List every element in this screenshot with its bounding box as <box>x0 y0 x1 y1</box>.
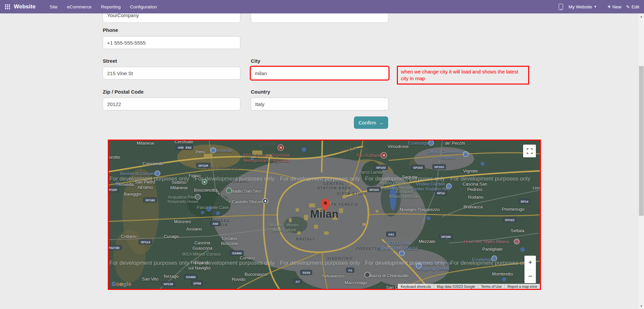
google-map[interactable]: MilaneseCerchiatePeroTecnomatAFFORIASST … <box>108 140 541 290</box>
road-badge: SS494 <box>184 275 197 279</box>
map-label: Stadio San Siro <box>230 189 261 194</box>
phone-label: Phone <box>103 27 118 33</box>
road-badge: SP160 <box>440 234 453 239</box>
nav-item-ecommerce[interactable]: eCommerce <box>67 4 92 9</box>
map-label: Tecnomat <box>213 148 232 153</box>
map-label: Parco delle Cave <box>197 205 229 210</box>
terms-of-use-link[interactable]: Terms of Use <box>478 285 504 289</box>
map-label: Cerchiate <box>175 140 193 144</box>
map-label: Vimodrone <box>387 144 409 149</box>
fullscreen-button[interactable] <box>523 145 536 157</box>
map-label: Milano Idroscalo Temporarily closed <box>377 181 412 191</box>
map-label: Macconago <box>344 280 367 286</box>
road-badge: SP103 <box>432 165 446 169</box>
poi-marker <box>211 148 216 153</box>
road-badge: SP14 <box>435 191 446 195</box>
new-button[interactable]: + New <box>607 4 621 9</box>
scrollbar-thumb[interactable] <box>639 66 644 216</box>
app-brand[interactable]: Website <box>14 3 36 10</box>
poi-marker <box>514 239 519 244</box>
street-value: 215 Vine St <box>107 70 133 76</box>
street-input[interactable]: 215 Vine St <box>103 67 240 80</box>
poi-marker: ♜ <box>263 199 268 203</box>
map-label: Assiano <box>186 226 202 232</box>
keyboard-shortcuts-link[interactable]: Keyboard shortcuts <box>398 285 433 289</box>
road-badge: A50 <box>176 145 185 150</box>
map-label: CENTRAL STATION AREA <box>317 182 351 190</box>
fullscreen-icon <box>527 148 533 154</box>
new-button-label: New <box>612 4 622 9</box>
arrow-right-icon: → <box>378 120 383 125</box>
poi-marker <box>227 188 231 193</box>
map-label: Cesano Boscone <box>221 236 238 246</box>
map-label: Mudec · Museo delle Culture <box>270 223 299 233</box>
road-badge: A7 <box>294 279 301 284</box>
city-value: milan <box>255 70 267 76</box>
plus-icon: + <box>607 4 610 9</box>
dev-watermark: For development purposes only <box>109 260 189 266</box>
report-map-error-link[interactable]: Report a map error <box>504 285 540 289</box>
map-label: Parco Lambro <box>359 170 385 175</box>
apps-grid-icon[interactable] <box>5 4 10 9</box>
dev-watermark: For development purposes only <box>109 175 189 182</box>
map-label: Esselunga <box>408 141 428 146</box>
dev-watermark: For development purposes only <box>450 260 530 266</box>
website-switcher[interactable]: My Website ▼ <box>568 4 597 9</box>
map-label: Settala <box>511 228 524 234</box>
map-label: Buccinasco <box>245 272 267 277</box>
road-badge: SP103 <box>374 165 387 170</box>
map-label: Centro Commerciale Acquario <box>427 150 467 160</box>
website-switcher-label: My Website <box>568 4 592 9</box>
map-label: ASST Grande Ospedale Metropolitano Nigua… <box>243 153 290 163</box>
map-label: Abbazia di Chiaravalle <box>365 273 408 278</box>
map-label: GALLARATESE <box>205 166 239 170</box>
map-label: METRO SAN DONATO MILANESE <box>377 241 418 251</box>
phone-input[interactable]: +1 555-555-5555 <box>103 36 240 49</box>
google-logo[interactable]: Google <box>112 281 131 287</box>
road-badge: SS494 <box>230 251 243 255</box>
map-label: Rovido <box>232 277 245 282</box>
map-label: Boscoincittà <box>194 188 218 193</box>
map-label: San Vito <box>142 276 158 282</box>
map-label: Briavacca <box>463 204 482 210</box>
city-input[interactable]: milan <box>250 66 389 81</box>
map-data-label: Map data ©2023 Google <box>434 285 478 289</box>
scroll-up-arrow[interactable]: ▲ <box>639 14 644 19</box>
map-label: Cornaredo <box>142 161 163 166</box>
zoom-out-button[interactable]: − <box>524 270 536 284</box>
map-label: Bareggio <box>124 192 141 197</box>
zip-label: Zip / Postal Code <box>103 89 144 95</box>
zoom-in-button[interactable]: + <box>524 256 536 269</box>
mobile-preview-icon[interactable] <box>559 4 563 10</box>
confirm-button[interactable]: Confirm → <box>354 116 388 129</box>
zip-input[interactable]: 20122 <box>103 98 240 110</box>
nav-item-site[interactable]: Site <box>50 4 57 9</box>
map-label: LAMPUGNANO <box>217 179 249 184</box>
dev-watermark: For development purposes only <box>365 175 445 182</box>
map-label: Terzago <box>163 274 179 279</box>
map-label: Europark Milano Idroscalo <box>389 189 420 199</box>
map-label: Selvanesco <box>322 274 344 279</box>
poi-marker <box>416 263 421 268</box>
page-scrollbar[interactable]: ▲ ▼ <box>639 13 644 309</box>
map-attribution-bar: Keyboard shortcuts Map data ©2023 Google… <box>398 284 540 289</box>
nav-item-reporting[interactable]: Reporting <box>101 4 121 9</box>
map-label: San Pietro All'olmo <box>135 180 155 190</box>
map-label: Figino <box>189 173 200 178</box>
map-label: Cusago <box>164 234 179 240</box>
map-label: Cascina Guascona <box>192 240 212 251</box>
street-label: Street <box>103 58 117 64</box>
country-input[interactable]: Italy <box>251 98 388 110</box>
road-badge: E64 <box>184 145 193 150</box>
edit-button[interactable]: ✎ Edit <box>626 4 639 9</box>
nav-item-configuration[interactable]: Configuration <box>130 4 157 9</box>
map-label: Corsico <box>240 255 255 261</box>
map-label: Roveda <box>119 182 134 187</box>
road-badge: P11R <box>108 187 119 192</box>
poi-marker <box>195 195 200 199</box>
scroll-down-arrow[interactable]: ▼ <box>639 304 644 308</box>
poi-marker <box>155 171 160 176</box>
map-label: QUARTIERE VALSESIA <box>203 219 230 227</box>
road-badge: SP103 <box>411 165 424 170</box>
road-badge: SP236 <box>162 282 175 286</box>
